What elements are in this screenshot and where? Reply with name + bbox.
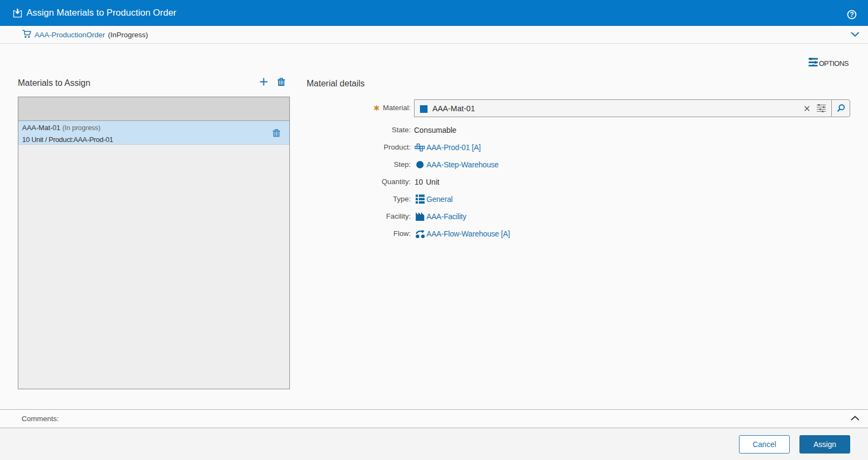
svg-text:?: ? [850, 11, 854, 18]
